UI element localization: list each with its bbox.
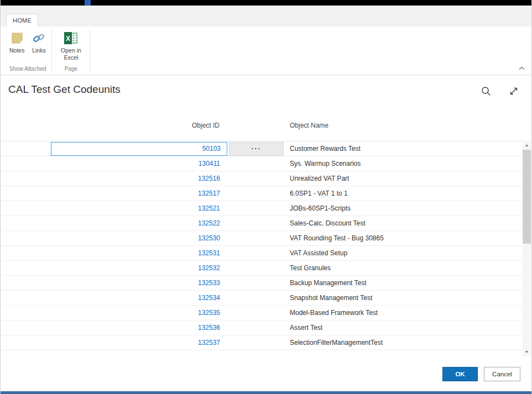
object-id-link[interactable]: 132521 [198, 204, 220, 212]
object-name-cell: VAT Assisted Setup [284, 249, 347, 257]
assist-cell: ··· [227, 276, 284, 290]
table-row[interactable]: 132516 ··· Unrealized VAT Part [1, 171, 524, 186]
object-id-link[interactable]: 132531 [198, 249, 220, 257]
table-row[interactable]: 132522 ··· Sales-Calc. Discount Test [1, 216, 524, 231]
object-id-box: 132530 [198, 234, 227, 242]
object-id-box: 132536 [198, 324, 227, 332]
object-id-link[interactable]: 132537 [198, 339, 220, 346]
ribbon: Notes Links [1, 27, 531, 75]
table-row[interactable]: 130411 ··· Sys. Warmup Scenarios [1, 156, 524, 171]
ribbon-group-label-page: Page [52, 65, 90, 75]
object-name-cell: JOBs-60SP1-Scripts [284, 204, 351, 212]
table-row[interactable]: 50103 ··· Customer Rewards Test [1, 141, 524, 156]
page-title: CAL Test Get Codeunits [8, 83, 121, 96]
collapse-ribbon-button[interactable] [516, 64, 527, 71]
object-id-box: 132537 [198, 339, 227, 346]
table-row[interactable]: 132534 ··· Snapshot Management Test [1, 291, 524, 306]
object-id-link[interactable]: 132516 [198, 175, 220, 182]
object-name-cell: Sales-Calc. Discount Test [284, 219, 366, 227]
object-id-box: 132522 [198, 219, 227, 227]
object-name-cell: Model-Based Framework Test [284, 309, 378, 317]
object-id-box: 50103 [51, 142, 227, 156]
cancel-button[interactable]: Cancel [484, 367, 520, 381]
table-row[interactable]: 132535 ··· Model-Based Framework Test [1, 306, 524, 321]
table-row[interactable]: 132537 ··· SelectionFilterManagementTest [1, 335, 524, 350]
object-id-link[interactable]: 132530 [198, 234, 220, 242]
object-id-link[interactable]: 50103 [202, 145, 221, 153]
ribbon-tab-strip: HOME [1, 6, 531, 27]
object-id-box: 132521 [198, 204, 227, 212]
object-id-link[interactable]: 132535 [198, 309, 220, 317]
expand-icon[interactable] [507, 85, 520, 98]
excel-icon: X [64, 31, 78, 45]
object-id-link[interactable]: 132522 [198, 219, 220, 227]
object-id-cell: 50103 [1, 141, 227, 156]
object-id-cell: 132536 [1, 321, 227, 335]
open-in-excel-button[interactable]: X Open in Excel [56, 30, 85, 62]
vertical-scrollbar[interactable]: ▲ ▼ [523, 141, 531, 356]
links-button[interactable]: Links [30, 30, 47, 55]
search-icon[interactable] [479, 85, 493, 98]
ribbon-group-page: X Open in Excel Page [52, 27, 90, 75]
scrollbar-thumb[interactable] [523, 150, 531, 244]
scroll-up-arrow-icon[interactable]: ▲ [523, 141, 531, 149]
object-id-cell: 132521 [1, 201, 227, 216]
object-id-cell: 132522 [1, 216, 227, 230]
assist-cell: ··· [227, 141, 284, 156]
object-id-box: 132531 [198, 249, 227, 257]
object-id-box: 132516 [198, 175, 227, 182]
ribbon-group-label-show-attached: Show Attached [4, 65, 51, 75]
assist-edit-button[interactable]: ··· [229, 142, 284, 156]
object-id-link[interactable]: 130411 [199, 160, 220, 167]
table-row[interactable]: 132532 ··· Test Granules [1, 261, 524, 276]
column-header-object-id[interactable]: Object ID [1, 122, 220, 129]
object-id-box: 132532 [198, 264, 227, 272]
assist-cell: ··· [227, 261, 284, 275]
assist-cell: ··· [227, 246, 284, 260]
table-body: 50103 ··· Customer Rewards Test 130411 ·… [1, 141, 524, 350]
object-id-cell: 132516 [1, 171, 227, 186]
object-id-link[interactable]: 132533 [198, 279, 220, 287]
tab-home[interactable]: HOME [6, 14, 38, 27]
bottom-accent-bar [1, 391, 531, 394]
assist-cell: ··· [227, 231, 284, 245]
table-row[interactable]: 132517 ··· 6.0SP1 - VAT 1 to 1 [1, 186, 524, 201]
object-id-cell: 132534 [1, 291, 227, 305]
object-name-cell: SelectionFilterManagementTest [284, 339, 383, 346]
table-row[interactable]: 132530 ··· VAT Rounding Test - Bug 30865 [1, 231, 524, 246]
object-id-link[interactable]: 132536 [198, 324, 220, 332]
scroll-down-arrow-icon[interactable]: ▼ [523, 348, 531, 356]
assist-cell: ··· [227, 321, 284, 335]
column-header-object-name[interactable]: Object Name [290, 122, 328, 129]
assist-cell: ··· [227, 306, 284, 320]
object-name-cell: Backup Management Test [284, 279, 367, 287]
notes-button[interactable]: Notes [8, 30, 25, 55]
table-row[interactable]: 132533 ··· Backup Management Test [1, 276, 524, 291]
table-row[interactable]: 132536 ··· Assert Test [1, 321, 524, 335]
svg-text:X: X [66, 35, 70, 43]
object-id-cell: 132532 [1, 261, 227, 275]
object-name-cell: Sys. Warmup Scenarios [284, 160, 361, 167]
object-id-link[interactable]: 132517 [198, 190, 220, 197]
object-id-link[interactable]: 132534 [198, 294, 220, 302]
table-row[interactable]: 132521 ··· JOBs-60SP1-Scripts [1, 201, 524, 216]
assist-cell: ··· [227, 335, 284, 350]
assist-cell: ··· [227, 216, 284, 230]
object-id-cell: 132517 [1, 186, 227, 201]
assist-cell: ··· [227, 171, 284, 186]
object-name-cell: 6.0SP1 - VAT 1 to 1 [284, 190, 348, 197]
object-id-box: 132534 [198, 294, 227, 302]
ok-button[interactable]: OK [442, 367, 478, 381]
links-icon [32, 31, 46, 45]
notes-icon [10, 31, 24, 45]
object-id-cell: 132537 [1, 335, 227, 350]
object-id-box: 132533 [198, 279, 227, 287]
notes-button-label: Notes [9, 47, 24, 54]
object-id-link[interactable]: 132532 [198, 264, 220, 272]
object-id-box: 132535 [198, 309, 227, 317]
table-row[interactable]: 132531 ··· VAT Assisted Setup [1, 246, 524, 261]
assist-cell: ··· [227, 291, 284, 305]
object-name-cell: Snapshot Management Test [284, 294, 372, 302]
object-id-box: 132517 [198, 190, 227, 197]
object-id-cell: 132535 [1, 306, 227, 320]
